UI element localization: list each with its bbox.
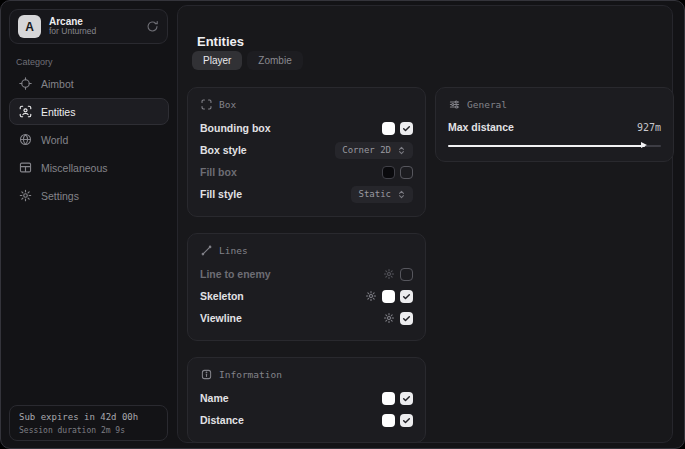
sidebar-item-label: Miscellaneous <box>41 162 108 174</box>
session-duration-text: Session duration 2m 9s <box>19 425 158 437</box>
bounding-box-color-swatch[interactable] <box>382 122 395 135</box>
skeleton-label: Skeleton <box>200 290 244 302</box>
max-distance-label: Max distance <box>448 121 514 133</box>
box-section-title: Box <box>219 99 236 110</box>
name-row: Name <box>200 387 413 409</box>
box-section-header: Box <box>201 99 413 110</box>
lines-section-title: Lines <box>219 245 248 256</box>
info-icon <box>201 369 212 380</box>
caret-up-down-icon <box>397 190 406 199</box>
fill-style-value: Static <box>358 189 391 199</box>
general-section-title: General <box>467 99 507 110</box>
max-distance-row: Max distance 927m <box>448 117 661 137</box>
sliders-icon <box>449 99 460 110</box>
check-icon <box>402 292 411 301</box>
information-card: Information Name Distance <box>187 357 426 443</box>
distance-row: Distance <box>200 409 413 431</box>
globe-icon <box>19 133 32 146</box>
name-checkbox[interactable] <box>400 392 413 405</box>
app-subtitle: for Unturned <box>49 27 96 37</box>
fill-box-label: Fill box <box>200 166 237 178</box>
sidebar-item-label: World <box>41 134 68 146</box>
tab-bar: Player Zombie <box>192 51 303 70</box>
scan-corners-icon <box>201 99 212 110</box>
box-style-row: Box style Corner 2D <box>200 139 413 161</box>
box-card: Box Bounding box Box style <box>187 87 426 217</box>
name-label: Name <box>200 392 229 404</box>
lines-card: Lines Line to enemy Skeleton <box>187 233 426 341</box>
max-distance-slider[interactable] <box>448 141 661 150</box>
box-style-value: Corner 2D <box>342 145 391 155</box>
skeleton-settings-gear-icon[interactable] <box>365 290 377 302</box>
sub-expires-text: Sub expires in 42d 00h <box>19 411 158 425</box>
fill-box-row: Fill box <box>200 161 413 183</box>
caret-up-down-icon <box>397 146 406 155</box>
tab-player[interactable]: Player <box>192 51 242 70</box>
skeleton-color-swatch[interactable] <box>382 290 395 303</box>
gear-icon <box>19 189 32 202</box>
viewline-row: Viewline <box>200 307 413 329</box>
information-section-title: Information <box>219 369 282 380</box>
fill-style-dropdown[interactable]: Static <box>351 186 413 203</box>
general-card: General Max distance 927m <box>435 87 674 162</box>
slider-fill <box>448 145 645 147</box>
sidebar-item-label: Entities <box>41 106 75 118</box>
settings-column-left: Box Bounding box Box style <box>187 87 426 443</box>
line-to-enemy-row: Line to enemy <box>200 263 413 285</box>
app-header-card: A Arcane for Unturned <box>9 9 168 44</box>
sidebar-item-label: Aimbot <box>41 78 74 90</box>
line-to-enemy-settings-gear-icon[interactable] <box>383 268 395 280</box>
layout-grid-icon <box>19 161 32 174</box>
tab-zombie[interactable]: Zombie <box>247 51 302 70</box>
line-to-enemy-checkbox[interactable] <box>400 268 413 281</box>
sidebar-item-settings[interactable]: Settings <box>9 182 169 209</box>
name-color-swatch[interactable] <box>382 392 395 405</box>
check-icon <box>402 416 411 425</box>
distance-color-swatch[interactable] <box>382 414 395 427</box>
slider-thumb-arrow-icon[interactable] <box>641 142 647 148</box>
sidebar-item-world[interactable]: World <box>9 126 169 153</box>
lines-section-header: Lines <box>201 245 413 256</box>
line-to-enemy-label: Line to enemy <box>200 268 271 280</box>
sidebar-nav: Aimbot Entities World <box>9 70 169 209</box>
skeleton-row: Skeleton <box>200 285 413 307</box>
category-label: Category <box>16 57 53 67</box>
sidebar-item-aimbot[interactable]: Aimbot <box>9 70 169 97</box>
bounding-box-label: Bounding box <box>200 122 271 134</box>
crosshair-icon <box>19 77 32 90</box>
app-logo: A <box>18 15 41 38</box>
entities-scan-icon <box>19 105 32 118</box>
page-title: Entities <box>197 34 244 49</box>
distance-checkbox[interactable] <box>400 414 413 427</box>
fill-box-checkbox[interactable] <box>400 166 413 179</box>
viewline-checkbox[interactable] <box>400 312 413 325</box>
distance-label: Distance <box>200 414 244 426</box>
skeleton-checkbox[interactable] <box>400 290 413 303</box>
box-style-dropdown[interactable]: Corner 2D <box>335 142 413 159</box>
settings-column-right: General Max distance 927m <box>435 87 674 162</box>
sidebar-item-miscellaneous[interactable]: Miscellaneous <box>9 154 169 181</box>
information-section-header: Information <box>201 369 413 380</box>
sidebar-item-entities[interactable]: Entities <box>9 98 169 125</box>
check-icon <box>402 124 411 133</box>
sync-icon[interactable] <box>146 20 159 33</box>
check-icon <box>402 394 411 403</box>
main-panel: Entities Player Zombie Box Bounding box <box>177 5 673 443</box>
sidebar: A Arcane for Unturned Category Aimbot <box>1 1 177 448</box>
sidebar-item-label: Settings <box>41 190 79 202</box>
box-style-label: Box style <box>200 144 247 156</box>
general-section-header: General <box>449 99 661 110</box>
fill-style-label: Fill style <box>200 188 242 200</box>
check-icon <box>402 314 411 323</box>
app-window: A Arcane for Unturned Category Aimbot <box>0 0 685 449</box>
bounding-box-checkbox[interactable] <box>400 122 413 135</box>
diagonal-line-icon <box>201 245 212 256</box>
viewline-label: Viewline <box>200 312 242 324</box>
max-distance-value: 927m <box>637 122 661 133</box>
fill-box-color-swatch[interactable] <box>382 166 395 179</box>
viewline-settings-gear-icon[interactable] <box>383 312 395 324</box>
subscription-card: Sub expires in 42d 00h Session duration … <box>9 405 168 441</box>
app-titles: Arcane for Unturned <box>49 16 96 37</box>
fill-style-row: Fill style Static <box>200 183 413 205</box>
bounding-box-row: Bounding box <box>200 117 413 139</box>
